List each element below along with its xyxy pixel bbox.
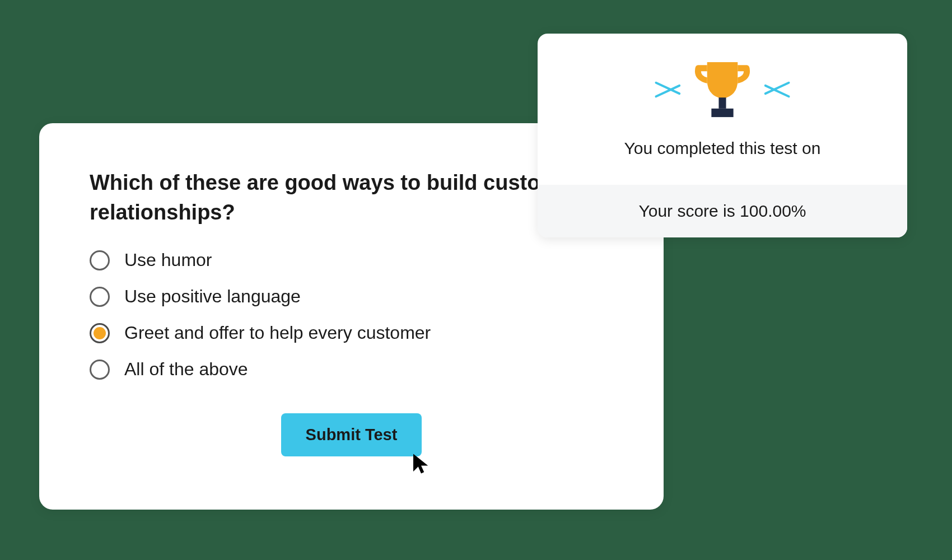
option-label: Greet and offer to help every customer [124, 323, 431, 343]
radio-icon [90, 360, 110, 380]
radio-icon [90, 287, 110, 307]
quiz-option-0[interactable]: Use humor [90, 250, 613, 270]
result-card: You completed this test on Your score is… [538, 34, 907, 237]
quiz-option-1[interactable]: Use positive language [90, 286, 613, 307]
quiz-option-2[interactable]: Greet and offer to help every customer [90, 323, 613, 343]
cursor-icon [409, 451, 433, 477]
sparkle-right-icon [764, 84, 792, 95]
option-label: Use positive language [124, 286, 301, 307]
completion-text: You completed this test on [560, 139, 885, 158]
option-label: Use humor [124, 250, 212, 270]
trophy-container [560, 56, 885, 123]
score-text: Your score is 100.00% [538, 185, 907, 237]
result-top-section: You completed this test on [538, 34, 907, 185]
submit-label: Submit Test [306, 426, 398, 444]
question-text: Which of these are good ways to build cu… [90, 168, 613, 227]
sparkle-left-icon [652, 84, 680, 95]
quiz-option-3[interactable]: All of the above [90, 359, 613, 380]
svg-rect-1 [711, 109, 733, 117]
submit-test-button[interactable]: Submit Test [281, 413, 422, 456]
option-label: All of the above [124, 359, 248, 380]
radio-icon [90, 323, 110, 343]
svg-rect-0 [718, 97, 726, 109]
trophy-icon [692, 56, 753, 123]
radio-icon [90, 250, 110, 270]
